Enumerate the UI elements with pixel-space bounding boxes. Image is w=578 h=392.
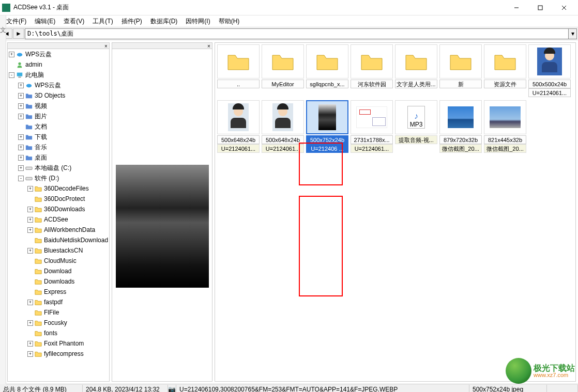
menu-1[interactable]: 编辑(E) — [31, 16, 59, 27]
expand-icon[interactable]: - — [9, 72, 14, 78]
address-dropdown[interactable]: ▾ — [569, 28, 577, 39]
thumb-label: 文字是人类用... — [395, 80, 437, 88]
thumbnail-item[interactable]: 资源文件 — [483, 44, 527, 97]
tree-node[interactable]: fonts — [8, 328, 109, 338]
menu-6[interactable]: 因特网(I) — [181, 16, 214, 27]
thumbnail-item[interactable]: 文字是人类用... — [394, 44, 438, 97]
expand-icon[interactable]: + — [18, 103, 24, 109]
tree-node[interactable]: -此电脑 — [8, 70, 109, 80]
thumb-label: MyEditor — [262, 80, 304, 88]
tree-label: 360Downloads — [44, 206, 85, 213]
thumbnail-item[interactable]: 河东软件园 — [350, 44, 393, 97]
tree-node[interactable]: +fyfilecompress — [8, 349, 109, 359]
tree-node[interactable]: +音乐 — [8, 142, 109, 152]
thumb-dim: 500x648x24b — [262, 135, 304, 144]
thumbnail-item[interactable]: 500x500x24bU=2124061... — [528, 44, 571, 97]
expand-icon[interactable]: + — [27, 227, 33, 233]
thumbnail-item[interactable]: 500x648x24bU=2124061... — [261, 100, 305, 153]
thumbnail-item[interactable]: 500x752x24bU=212406 ... — [306, 100, 349, 153]
tree-node[interactable]: +3D Objects — [8, 90, 109, 101]
tree-node[interactable]: FlFile — [8, 307, 109, 318]
folder-icon — [34, 299, 42, 306]
close-button[interactable] — [552, 1, 576, 15]
tree-node[interactable]: +ACDSee — [8, 214, 109, 225]
expand-icon[interactable]: + — [18, 134, 24, 140]
svg-point-8 — [26, 84, 32, 87]
tree-node[interactable]: admin — [8, 59, 109, 70]
menu-0[interactable]: 文件(F) — [2, 16, 31, 27]
thumb-label: 河东软件园 — [351, 80, 393, 88]
expand-icon[interactable]: + — [18, 114, 24, 119]
tree-node[interactable]: +Focusky — [8, 318, 109, 328]
thumbnail-image — [395, 44, 437, 79]
folder-tree-panel: × +WPS云盘admin-此电脑+WPS云盘+3D Objects+视频+图片… — [7, 42, 110, 382]
thumb-label: U=2124061... — [528, 88, 571, 97]
menu-2[interactable]: 查看(V) — [59, 16, 88, 27]
tree-node[interactable]: +BluestacksCN — [8, 245, 109, 256]
tree-label: fyfilecompress — [44, 350, 84, 357]
menu-7[interactable]: 帮助(H) — [215, 16, 244, 27]
tree-node[interactable]: +360DecodeFiles — [8, 183, 109, 194]
thumbnail-item[interactable]: 2731x1788x...U=2124061... — [350, 100, 393, 153]
tree-node[interactable]: Express — [8, 287, 109, 297]
tree-node[interactable]: 360DocProtect — [8, 194, 109, 204]
expand-icon[interactable]: + — [18, 93, 24, 99]
nav-fwd-button[interactable]: ► — [13, 28, 24, 39]
expand-icon[interactable]: + — [27, 217, 33, 223]
tree-node[interactable]: +WPS云盘 — [8, 49, 109, 59]
expand-icon[interactable]: + — [27, 248, 33, 254]
tree-node[interactable]: BaiduNetdiskDownload — [8, 235, 109, 245]
tree-node[interactable]: Downloads — [8, 276, 109, 287]
panel-close-icon[interactable]: × — [103, 43, 109, 49]
expand-icon[interactable]: + — [18, 165, 24, 171]
expand-icon[interactable]: + — [27, 300, 33, 305]
cloud-icon — [16, 51, 24, 58]
expand-icon[interactable]: + — [9, 52, 14, 57]
thumbnail-item[interactable]: 500x648x24bU=2124061... — [217, 100, 260, 153]
folder-icon — [34, 257, 42, 264]
tree-node[interactable]: +360Downloads — [8, 204, 109, 214]
expand-icon[interactable]: + — [18, 83, 24, 88]
thumbnail-item[interactable]: sgllqpcnb_x... — [306, 44, 349, 97]
thumbnail-item[interactable]: .. — [217, 44, 260, 97]
tree-node[interactable]: +fastpdf — [8, 297, 109, 307]
menu-4[interactable]: 插件(P) — [117, 16, 146, 27]
address-input[interactable] — [25, 28, 569, 39]
tree-label: WPS云盘 — [25, 50, 52, 59]
minimize-button[interactable] — [505, 1, 528, 15]
tree-node[interactable]: 文档 — [8, 121, 109, 132]
thumbnail-item[interactable]: ♪MP3提取音频-视... — [394, 100, 438, 153]
expand-icon[interactable]: + — [18, 145, 24, 150]
tree-node[interactable]: +图片 — [8, 111, 109, 121]
thumbnail-item[interactable]: MyEditor — [261, 44, 305, 97]
expand-icon[interactable]: + — [27, 207, 33, 212]
folder-icon — [34, 309, 42, 316]
tree-node[interactable]: +桌面 — [8, 152, 109, 163]
menu-5[interactable]: 数据库(D) — [146, 16, 182, 27]
tree-node[interactable]: CloudMusic — [8, 256, 109, 266]
menu-3[interactable]: 工具(T) — [88, 16, 117, 27]
tree-node[interactable]: +AliWorkbenchData — [8, 225, 109, 235]
tree-node[interactable]: +本地磁盘 (C:) — [8, 163, 109, 173]
expand-icon[interactable]: + — [27, 351, 33, 357]
thumbnail-item[interactable]: 879x720x32b微信截图_20... — [439, 100, 482, 153]
maximize-button[interactable] — [528, 1, 552, 15]
tree-node[interactable]: -软件 (D:) — [8, 173, 109, 183]
expand-icon[interactable]: + — [27, 320, 33, 326]
thumb-dim: 879x720x32b — [439, 135, 482, 144]
expand-icon[interactable]: + — [27, 186, 33, 192]
expand-icon[interactable]: - — [18, 176, 24, 181]
panel-close-icon[interactable]: × — [206, 43, 212, 49]
tree-label: 桌面 — [35, 153, 47, 162]
thumbnail-item[interactable]: 821x445x32b微信截图_20... — [483, 100, 527, 153]
thumbnail-item[interactable]: 新 — [439, 44, 482, 97]
expand-icon[interactable]: + — [18, 155, 24, 161]
thumbnail-image — [217, 44, 260, 79]
tree-node[interactable]: +视频 — [8, 101, 109, 111]
tree-node[interactable]: +WPS云盘 — [8, 80, 109, 90]
expand-icon[interactable]: + — [27, 341, 33, 347]
tree-node[interactable]: Download — [8, 266, 109, 276]
tree-node[interactable]: +Foxit Phantom — [8, 338, 109, 349]
tree-node[interactable]: +下载 — [8, 132, 109, 142]
thumb-filename: U=2124061... — [262, 144, 304, 153]
